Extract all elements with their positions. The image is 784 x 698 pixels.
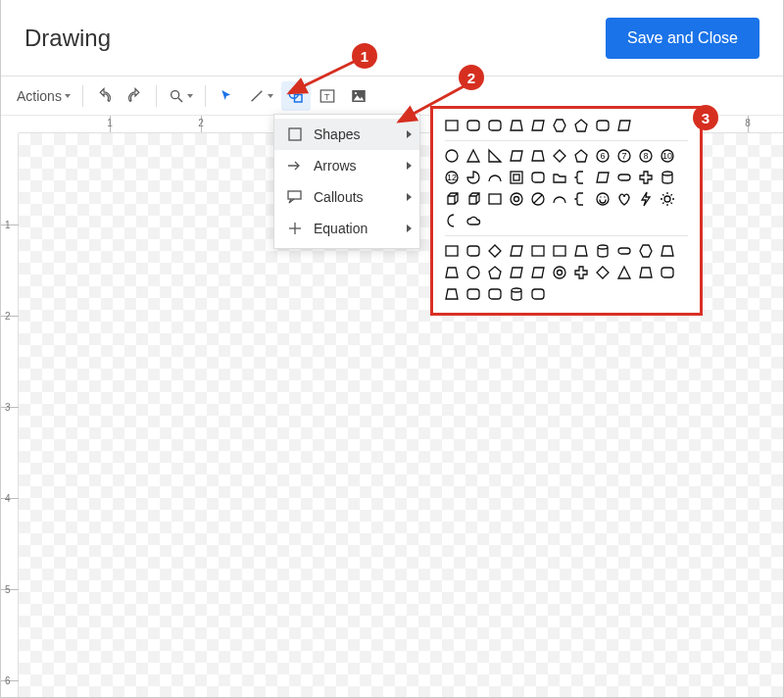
shape-option-round[interactable] xyxy=(465,285,482,303)
submenu-arrow-icon xyxy=(407,162,412,170)
shape-option-folder[interactable] xyxy=(551,169,568,186)
shape-option-round[interactable] xyxy=(529,285,547,303)
shape-option-pie[interactable] xyxy=(465,169,482,186)
shape-option-badge[interactable]: 7 xyxy=(615,147,633,165)
shape-option-no[interactable] xyxy=(529,190,547,208)
shape-option-frame[interactable] xyxy=(508,169,525,186)
shape-option-round[interactable] xyxy=(486,285,504,303)
redo-button[interactable] xyxy=(121,81,150,111)
shape-option-cyl[interactable] xyxy=(659,169,676,186)
shape-option-pill[interactable] xyxy=(615,242,633,260)
select-tool-button[interactable] xyxy=(212,81,241,111)
shape-option-trap[interactable] xyxy=(659,242,676,260)
shape-option-rect[interactable] xyxy=(486,190,504,208)
shape-option-lbrk[interactable] xyxy=(572,169,590,186)
submenu-arrow-icon xyxy=(407,193,412,201)
shape-option-smile[interactable] xyxy=(594,190,612,208)
shape-option-trap[interactable] xyxy=(529,147,547,165)
shape-option-para[interactable] xyxy=(594,169,612,186)
shape-option-circle[interactable] xyxy=(443,147,461,165)
shape-option-heart[interactable] xyxy=(615,190,633,208)
shape-option-para[interactable] xyxy=(508,264,525,281)
shape-option-sun[interactable] xyxy=(659,190,676,208)
shape-option-badge[interactable]: 8 xyxy=(637,147,655,165)
menu-item-shapes[interactable]: Shapes xyxy=(274,119,419,150)
shape-option-badge[interactable]: 6 xyxy=(594,147,612,165)
line-tool-button[interactable] xyxy=(243,81,279,111)
shape-option-para[interactable] xyxy=(615,117,633,134)
text-box-button[interactable]: T xyxy=(313,81,342,111)
shape-option-bolt[interactable] xyxy=(637,190,655,208)
shape-option-hex[interactable] xyxy=(551,117,568,134)
shape-icon xyxy=(466,286,481,302)
image-button[interactable] xyxy=(344,81,373,111)
shape-option-rtri[interactable] xyxy=(486,147,504,165)
shape-option-round[interactable] xyxy=(486,117,504,134)
shape-option-cyl[interactable] xyxy=(508,285,525,303)
actions-menu-button[interactable]: Actions xyxy=(11,81,76,111)
shape-option-round[interactable] xyxy=(465,117,482,134)
shape-option-donut[interactable] xyxy=(508,190,525,208)
shape-option-rect[interactable] xyxy=(551,242,568,260)
shape-option-round[interactable] xyxy=(594,117,612,134)
shape-option-trap[interactable] xyxy=(443,285,461,303)
shape-option-trap[interactable] xyxy=(572,242,590,260)
menu-item-arrows[interactable]: Arrows xyxy=(274,150,419,181)
shape-option-pent[interactable] xyxy=(486,264,504,281)
shape-option-moon[interactable] xyxy=(443,212,461,229)
shape-option-donut[interactable] xyxy=(551,264,568,281)
shape-option-rect[interactable] xyxy=(443,242,461,260)
shape-option-cyl[interactable] xyxy=(594,242,612,260)
shape-option-cross[interactable] xyxy=(572,264,590,281)
shape-icon xyxy=(444,191,460,207)
shape-option-arc[interactable] xyxy=(486,169,504,186)
shape-option-dia[interactable] xyxy=(486,242,504,260)
save-and-close-button[interactable]: Save and Close xyxy=(606,18,760,59)
shape-option-para[interactable] xyxy=(508,147,525,165)
shape-option-circle[interactable] xyxy=(465,264,482,281)
shape-option-pill[interactable] xyxy=(615,169,633,186)
shape-option-round[interactable] xyxy=(465,242,482,260)
shape-option-hex[interactable] xyxy=(637,242,655,260)
shape-option-cube[interactable] xyxy=(465,190,482,208)
shape-option-lbrk[interactable] xyxy=(572,190,590,208)
shape-option-cross[interactable] xyxy=(637,169,655,186)
svg-marker-62 xyxy=(662,246,673,256)
shape-option-trap[interactable] xyxy=(443,264,461,281)
shape-option-cube[interactable] xyxy=(443,190,461,208)
shape-option-tri[interactable] xyxy=(465,147,482,165)
shape-tool-button[interactable] xyxy=(281,81,311,111)
shape-option-tri[interactable] xyxy=(615,264,633,281)
shape-icon xyxy=(552,191,567,207)
shape-option-para[interactable] xyxy=(529,117,547,134)
shape-option-cloud[interactable] xyxy=(465,212,482,229)
shape-option-pent[interactable] xyxy=(572,117,590,134)
shape-option-para[interactable] xyxy=(508,242,525,260)
shape-option-para[interactable] xyxy=(529,264,547,281)
shape-option-arc[interactable] xyxy=(551,190,568,208)
shape-option-dia[interactable] xyxy=(551,147,568,165)
divider xyxy=(445,235,688,236)
shape-option-round[interactable] xyxy=(529,169,547,186)
shape-option-round[interactable] xyxy=(659,264,676,281)
shape-option-dia[interactable] xyxy=(594,264,612,281)
svg-text:12: 12 xyxy=(447,173,457,182)
svg-rect-16 xyxy=(489,121,501,130)
svg-point-64 xyxy=(467,267,479,278)
zoom-button[interactable] xyxy=(163,81,199,111)
shape-option-rect[interactable] xyxy=(443,117,461,134)
svg-marker-74 xyxy=(446,289,458,299)
divider xyxy=(445,140,688,141)
shape-option-trap[interactable] xyxy=(508,117,525,134)
menu-item-callouts[interactable]: Callouts xyxy=(274,181,419,213)
menu-item-equation[interactable]: Equation xyxy=(274,213,419,244)
shape-option-badge[interactable]: 12 xyxy=(443,169,461,186)
shape-option-badge[interactable]: 10 xyxy=(659,147,676,165)
shapes-gallery-panel: 6781012 xyxy=(430,106,703,316)
shape-icon xyxy=(509,265,524,280)
shape-option-pent[interactable] xyxy=(572,147,590,165)
shape-icon xyxy=(466,243,481,259)
undo-button[interactable] xyxy=(89,81,119,111)
shape-option-rect[interactable] xyxy=(529,242,547,260)
shape-option-trap[interactable] xyxy=(637,264,655,281)
